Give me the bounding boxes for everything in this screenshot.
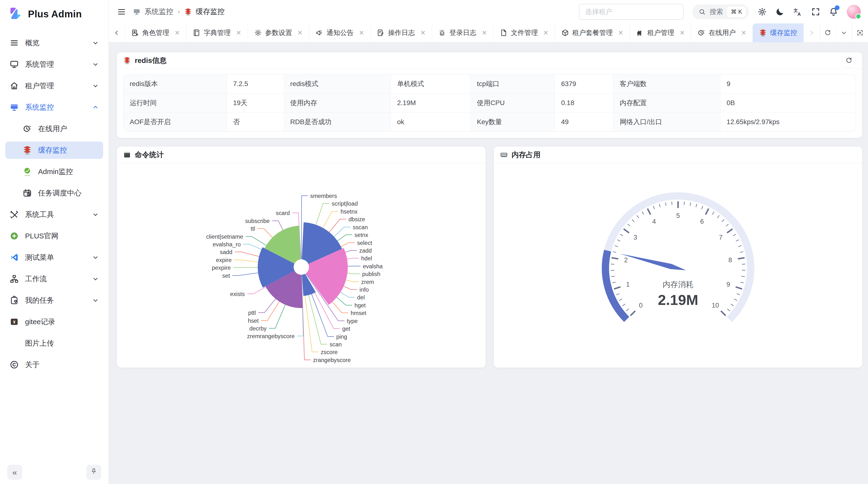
tenant-select-input[interactable] [579,4,684,20]
gauge-minor-tick [731,304,734,306]
sidebar-item-概览[interactable]: 概览 [5,34,103,52]
global-search[interactable]: 搜索 ⌘ K [692,4,749,19]
pin-icon [90,467,97,477]
open-tabs: 角色管理✕字典管理✕参数设置✕通知公告✕操作日志✕登录日志✕文件管理✕租户套餐管… [125,23,803,42]
tab-close-icon[interactable]: ✕ [298,29,303,37]
memory-gauge-chart[interactable]: 012345678910内存消耗2.19M [494,163,863,367]
command-stats-chart[interactable]: smembersscript|loadhsetnxdbsizesscansetn… [117,163,486,367]
pie-slice-label: zrangebyscore [313,356,350,363]
sidebar-item-我的任务[interactable]: 我的任务 [5,292,103,309]
gear-icon [254,29,262,37]
svg-text:C:\: C:\ [125,154,129,156]
sidebar-item-图片上传[interactable]: 图片上传 [5,334,103,352]
sidebar-item-关于[interactable]: 关于 [5,356,103,374]
sidebar-item-系统监控[interactable]: 系统监控 [5,99,103,116]
sidebar-item-系统管理[interactable]: 系统管理 [5,56,103,73]
main-area: 系统监控 › redis 缓存监控 搜索 ⌘ K 文A [109,0,868,484]
tab-close-icon[interactable]: ✕ [175,29,180,37]
sidebar-item-系统工具[interactable]: 系统工具 [5,206,103,223]
sidebar-subitem-在线用户[interactable]: 在线用户 [5,120,103,137]
sidebar-item-租户管理[interactable]: 租户管理 [5,77,103,95]
gauge-major-tick [614,287,620,289]
sidebar-item-测试菜单[interactable]: 测试菜单 [5,249,103,266]
tab-close-icon[interactable]: ✕ [482,29,487,37]
chevron-down-icon [92,83,99,89]
info-value-cell: 9 [720,74,856,94]
info-value-cell: 19天 [227,94,284,112]
tab-close-icon[interactable]: ✕ [543,29,549,37]
tab-close-icon[interactable]: ✕ [741,29,746,37]
tab-close-icon[interactable]: ✕ [679,29,685,37]
info-label-cell: 使用内存 [284,94,391,112]
sidebar-item-label: 在线用户 [38,124,99,134]
redis-icon: redis [759,29,767,37]
sidebar-subitem-缓存监控[interactable]: redis缓存监控 [5,141,103,159]
sidebar-item-PLUS官网[interactable]: PLUS官网 [5,227,103,245]
dark-mode-button[interactable] [775,7,784,17]
tab-close-icon[interactable]: ✕ [420,29,426,37]
settings-button[interactable] [757,7,767,17]
redis-info-refresh-button[interactable] [842,54,856,67]
language-button[interactable]: 文A [793,7,802,17]
tab-label: 在线用户 [709,28,736,37]
redis-icon: redis [23,146,32,155]
panel-title: redis信息 [135,56,166,66]
fullscreen-icon [811,13,820,17]
tab-操作日志[interactable]: 操作日志✕ [371,23,432,42]
sidebar-item-label: 图片上传 [25,338,99,348]
avatar[interactable] [847,5,861,19]
tab-label: 角色管理 [142,28,169,37]
tab-登录日志[interactable]: 登录日志✕ [432,23,494,42]
sidebar-collapse-button[interactable]: « [7,465,22,480]
gauge-minor-tick [619,299,622,300]
tabs-scroll-left-button[interactable] [109,23,125,42]
fullscreen-button[interactable] [811,7,820,17]
sidebar-subitem-Admin监控[interactable]: springAdmin监控 [5,163,103,180]
info-label-cell: redis版本 [123,74,227,94]
tab-refresh-button[interactable] [819,23,836,42]
tab-在线用户[interactable]: 在线用户✕ [691,23,753,42]
gauge-minor-tick [740,252,743,252]
pie-slice-label: scard [276,209,290,216]
sidebar-item-gitee记录[interactable]: ¥gitee记录 [5,313,103,330]
tab-close-icon[interactable]: ✕ [236,29,241,37]
dial-icon [698,29,705,37]
tab-角色管理[interactable]: 角色管理✕ [125,23,186,42]
info-label-cell: 网络入口/出口 [613,112,720,132]
gauge-tick-label: 0 [639,302,642,309]
sidebar-item-工作流[interactable]: 工作流 [5,270,103,288]
breadcrumb-item[interactable]: 系统监控 [145,7,173,17]
tab-label: 租户管理 [647,28,674,37]
tab-bar: 角色管理✕字典管理✕参数设置✕通知公告✕操作日志✕登录日志✕文件管理✕租户套餐管… [109,23,868,42]
logo[interactable]: Plus Admin [0,0,108,28]
sidebar-item-label: 系统监控 [25,102,92,112]
notifications-button[interactable] [829,7,838,17]
pie-slice-label: select [357,239,372,246]
tab-menu-chevron-button[interactable] [836,23,852,42]
tabs-scroll-right-button[interactable] [803,23,819,42]
content-fullscreen-button[interactable] [852,23,868,42]
sidebar-pin-button[interactable] [86,465,101,480]
tab-字典管理[interactable]: 字典管理✕ [186,23,248,42]
gauge-value: 2.19M [658,292,698,308]
tab-缓存监控[interactable]: redis缓存监控✕ [753,23,803,42]
tab-close-icon[interactable]: ✕ [618,29,623,37]
box-icon [561,29,569,37]
memory-gauge-panel: 内存占用 012345678910内存消耗2.19M [494,146,863,368]
sidebar: Plus Admin 概览系统管理租户管理系统监控在线用户redis缓存监控sp… [0,0,109,484]
tab-租户管理[interactable]: 租户管理✕ [630,23,691,42]
pie-slice-label: zremrangebyscore [247,333,294,339]
sidebar-subitem-任务调度中心[interactable]: 任务调度中心 [5,184,103,202]
panel-title: 命令统计 [135,150,164,160]
tab-文件管理[interactable]: 文件管理✕ [494,23,555,42]
hamburger-menu-icon[interactable] [117,7,126,17]
tab-参数设置[interactable]: 参数设置✕ [248,23,309,42]
info-value-cell: 49 [555,112,613,132]
sidebar-item-label: 工作流 [25,274,92,284]
pie-slice-label: scan [330,341,342,347]
gauge-major-tick [721,311,725,316]
tab-通知公告[interactable]: 通知公告✕ [309,23,371,42]
tab-租户套餐管理[interactable]: 租户套餐管理✕ [555,23,630,42]
tab-close-icon[interactable]: ✕ [359,29,364,37]
gauge-minor-tick [612,282,616,283]
